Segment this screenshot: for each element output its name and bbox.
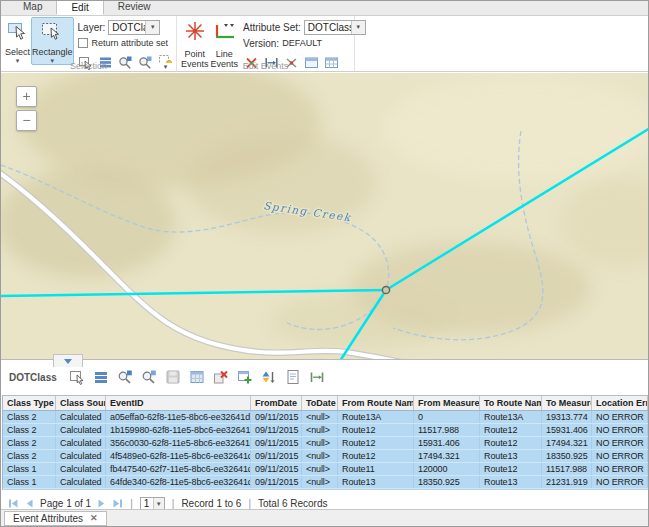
table-cell: 64fde340-62f8-11e5-8bc6-ee32641d5ec9 [106,476,251,488]
column-header[interactable]: Class Type [3,396,56,410]
column-header[interactable]: From Measure [414,396,480,410]
column-header[interactable]: To Route Name [480,396,542,410]
layer-combobox[interactable]: DOTClass ▼ [108,20,160,35]
table-row[interactable]: Class 1Calculatedfb447540-62f7-11e5-8bc6… [3,463,648,476]
table-cell: <null> [302,476,338,488]
table-cell: 09/11/2015 [251,476,302,488]
table-cell: 11517.988 [414,424,480,436]
table-row[interactable]: Class 2Calculateda05effa0-62f8-11e5-8bc6… [3,411,648,424]
table-cell: 0 [414,411,480,423]
attribute-set-combobox-arrow-icon: ▼ [351,21,365,34]
panel-collapse-button[interactable] [53,354,83,367]
pager-separator: | [130,498,133,509]
table-cell: <null> [302,437,338,449]
table-cell: Class 2 [3,437,56,449]
table-cell: 09/11/2015 [251,424,302,436]
table-cell: 09/11/2015 [251,463,302,475]
selection-group: Select ▾ Rectangle ▾ Layer: DOTClass [1,16,177,71]
table-cell: 356c0030-62f8-11e5-8bc6-ee32641d5ec9 [106,437,251,449]
column-header[interactable]: To Measure [542,396,592,410]
tab-edit[interactable]: Edit [56,0,103,15]
map-canvas[interactable]: Spring Creek [1,73,649,359]
table-cell: 17494.321 [542,437,592,449]
table-row[interactable]: Class 2Calculated356c0030-62f8-11e5-8bc6… [3,437,648,450]
table-cell: 09/11/2015 [251,450,302,462]
edit-events-group: Point Events Line Events Attribute Set: … [177,16,355,71]
table-cell: NO ERROR [592,437,648,449]
panel-toolbar: DOTClass [1,360,648,394]
table-cell: a05effa0-62f8-11e5-8bc6-ee32641d5ec9 [106,411,251,423]
next-page-button[interactable] [96,498,107,509]
table-row[interactable]: Class 1Calculated64fde340-62f8-11e5-8bc6… [3,476,648,489]
table-cell: Route13A [480,411,542,423]
previous-page-button[interactable] [24,498,35,509]
column-header[interactable]: ToDate [302,396,338,410]
version-value: DEFAULT [282,38,322,48]
table-cell: Route13 [480,476,542,488]
route-junction-vertex[interactable] [382,286,389,293]
table-row[interactable]: Class 2Calculated4f5489e0-62f8-11e5-8bc6… [3,450,648,463]
return-attribute-set-checkbox[interactable] [78,38,88,48]
table-cell: Calculated [56,450,106,462]
tab-review[interactable]: Review [104,0,165,15]
page-number-arrow-icon: ▼ [153,498,164,509]
column-header[interactable]: From Route Name [338,396,414,410]
table-cell: 19313.774 [542,411,592,423]
first-page-button[interactable] [8,498,19,509]
save-icon[interactable] [165,369,181,385]
close-tab-icon[interactable]: ✕ [90,514,98,523]
events-table-header: Class TypeClass SourceEventIDFromDateToD… [3,395,648,411]
zoom-out-button[interactable]: − [16,110,37,131]
edit-form-icon[interactable] [285,369,301,385]
total-records-text: Total 6 Records [258,498,327,509]
table-cell: Route12 [338,450,414,462]
select-tool-icon [6,20,30,46]
sort-records-icon[interactable] [261,369,277,385]
select-records-icon[interactable] [69,369,85,385]
events-table: Class TypeClass SourceEventIDFromDateToD… [2,395,649,490]
column-header[interactable]: Class Source [56,396,106,410]
table-cell: 17494.321 [414,450,480,462]
last-page-button[interactable] [112,498,123,509]
tab-map[interactable]: Map [9,0,56,15]
table-cell: NO ERROR [592,424,648,436]
column-header[interactable]: EventID [106,396,251,410]
pan-to-selection-icon[interactable] [141,369,157,385]
table-cell: Class 1 [3,476,56,488]
column-header[interactable]: FromDate [251,396,302,410]
table-cell: NO ERROR [592,463,648,475]
table-cell: 120000 [414,463,480,475]
add-record-icon[interactable] [237,369,253,385]
ribbon-empty-space [355,16,648,71]
delete-record-icon[interactable] [213,369,229,385]
measure-range-icon[interactable] [309,369,325,385]
table-cell: 15931.406 [414,437,480,449]
table-cell: 09/11/2015 [251,411,302,423]
attribute-set-combobox[interactable]: DOTClass ▼ [304,20,366,35]
table-cell: <null> [302,424,338,436]
table-cell: NO ERROR [592,476,648,488]
table-cell: 11517.988 [542,463,592,475]
field-calculator-icon[interactable] [189,369,205,385]
table-cell: Calculated [56,437,106,449]
rectangle-button-label: Rectangle [32,47,73,57]
table-cell: Route12 [480,437,542,449]
table-cell: Route12 [480,463,542,475]
event-attributes-tab[interactable]: Event Attributes ✕ [4,511,107,526]
table-cell: Calculated [56,476,106,488]
table-row[interactable]: Class 2Calculated1b159980-62f8-11e5-8bc6… [3,424,648,437]
table-cell: Route12 [338,424,414,436]
layer-label: Layer: [78,22,106,33]
select-button[interactable]: Select ▾ [4,17,31,65]
ribbon-tabbar: Map Edit Review [1,1,648,16]
layer-combobox-value: DOTClass [109,22,145,33]
column-header[interactable]: Location Error [592,396,648,410]
select-button-label: Select [5,47,30,57]
rectangle-button[interactable]: Rectangle ▾ [31,17,74,65]
zoom-to-selection-icon[interactable] [117,369,133,385]
table-cell: <null> [302,450,338,462]
page-indicator-text: Page 1 of 1 [40,498,91,509]
zoom-in-button[interactable]: + [16,86,37,107]
table-cell: <null> [302,411,338,423]
show-selected-records-icon[interactable] [93,369,109,385]
